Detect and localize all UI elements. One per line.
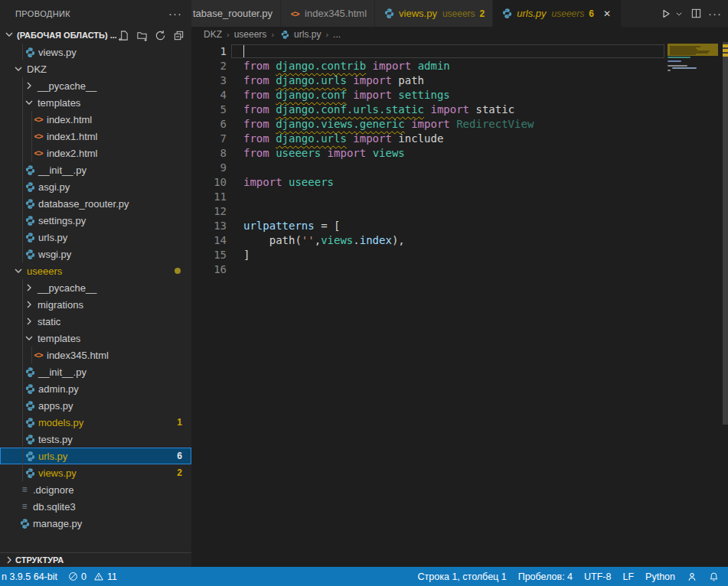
- line-number[interactable]: 7: [191, 132, 227, 146]
- tree-item-views.py[interactable]: views.py2: [0, 464, 191, 481]
- tree-item-templates[interactable]: templates: [0, 330, 191, 347]
- python-icon: [24, 450, 36, 462]
- split-editor-button[interactable]: [690, 5, 702, 22]
- line-number[interactable]: 13: [191, 219, 227, 233]
- line-number[interactable]: 10: [191, 175, 227, 190]
- tree-item-templates[interactable]: templates: [0, 94, 191, 111]
- line-number[interactable]: 11: [191, 190, 227, 204]
- code-line-6[interactable]: from django.views.generic import Redirec…: [243, 117, 534, 132]
- refresh-icon[interactable]: [153, 28, 167, 42]
- code-line-5[interactable]: from django.conf.urls.static import stat…: [243, 103, 534, 117]
- line-number[interactable]: 3: [191, 73, 227, 88]
- tree-item-migrations[interactable]: migrations: [0, 296, 191, 313]
- breadcrumb-item-DKZ[interactable]: DKZ: [204, 29, 222, 40]
- tree-item-db.sqlite3[interactable]: ≡db.sqlite3: [0, 498, 191, 515]
- tab-urls.py[interactable]: urls.pyuseeers6✕: [493, 0, 622, 27]
- code-line-12[interactable]: [243, 204, 534, 219]
- code-content[interactable]: from django.contrib import adminfrom dja…: [243, 44, 534, 277]
- tree-item-views.py[interactable]: views.py: [0, 44, 191, 60]
- tree-item-label: __init__.py: [38, 366, 87, 378]
- code-line-14[interactable]: path('',views.index),: [243, 233, 534, 248]
- eol-status[interactable]: LF: [622, 571, 634, 582]
- bell-icon[interactable]: [709, 571, 719, 582]
- code-line-9[interactable]: [243, 161, 534, 175]
- tree-item-apps.py[interactable]: apps.py: [0, 397, 191, 414]
- code-line-3[interactable]: from django.urls import path: [243, 73, 534, 88]
- tree-item-urls.py[interactable]: urls.py6: [0, 448, 191, 464]
- line-number[interactable]: 15: [191, 248, 227, 262]
- breadcrumb-item-...[interactable]: ›...: [321, 29, 341, 40]
- tree-item-tests.py[interactable]: tests.py: [0, 431, 191, 448]
- line-number[interactable]: 8: [191, 146, 227, 161]
- tree-item-__pycache__[interactable]: __pycache__: [0, 279, 191, 296]
- line-number[interactable]: 6: [191, 117, 227, 132]
- code-line-16[interactable]: [243, 262, 534, 277]
- line-number[interactable]: 5: [191, 103, 227, 117]
- tree-item-wsgi.py[interactable]: wsgi.py: [0, 246, 191, 262]
- tab-tabase_roouter.py[interactable]: tabase_roouter.py: [191, 0, 281, 27]
- code-line-7[interactable]: from django.urls import include: [243, 132, 534, 146]
- code-line-8[interactable]: from useeers import views: [243, 146, 534, 161]
- indentation-status[interactable]: Пробелов: 4: [518, 571, 573, 582]
- tree-item-DKZ[interactable]: DKZ: [0, 60, 191, 77]
- tab-views.py[interactable]: views.pyuseeers2: [375, 0, 493, 27]
- tab-problems-badge: 6: [589, 8, 594, 19]
- minimap[interactable]: [668, 42, 721, 567]
- outline-section-header[interactable]: СТРУКТУРА: [0, 552, 191, 567]
- tree-item-index345.html[interactable]: <>index345.html: [0, 347, 191, 363]
- scrollbar-slider[interactable]: [723, 42, 728, 425]
- tree-item-admin.py[interactable]: admin.py: [0, 380, 191, 397]
- workspace-section-header[interactable]: (РАБОЧАЯ ОБЛАСТЬ) ...: [0, 27, 191, 44]
- breadcrumb-item-urls.py[interactable]: ›urls.py: [266, 28, 321, 41]
- tree-item-database_roouter.py[interactable]: database_roouter.py: [0, 195, 191, 212]
- new-file-icon[interactable]: [116, 28, 130, 42]
- encoding-status[interactable]: UTF-8: [584, 571, 611, 582]
- tree-item-settings.py[interactable]: settings.py: [0, 212, 191, 229]
- code-line-1[interactable]: [243, 44, 534, 59]
- python-interpreter-status[interactable]: n 3.9.5 64-bit: [2, 571, 57, 582]
- problems-status[interactable]: 0 11: [68, 571, 117, 582]
- tree-item-asgi.py[interactable]: asgi.py: [0, 178, 191, 195]
- tree-item-index.html[interactable]: <>index.html: [0, 111, 191, 128]
- tree-item-useeers[interactable]: useeers: [0, 262, 191, 279]
- code-line-10[interactable]: import useeers: [243, 175, 534, 190]
- tree-item-models.py[interactable]: models.py1: [0, 414, 191, 431]
- feedback-icon[interactable]: [687, 571, 697, 582]
- tree-item-index2.html[interactable]: <>index2.html: [0, 145, 191, 161]
- new-folder-icon[interactable]: [135, 28, 149, 42]
- line-number[interactable]: 2: [191, 59, 227, 73]
- run-button[interactable]: [660, 5, 672, 22]
- collapse-all-icon[interactable]: [171, 28, 185, 42]
- code-line-4[interactable]: from django.conf import settings: [243, 88, 534, 103]
- tree-item-urls.py[interactable]: urls.py: [0, 229, 191, 246]
- tree-item-.dcignore[interactable]: ≡.dcignore: [0, 481, 191, 498]
- line-number[interactable]: 12: [191, 204, 227, 219]
- line-number[interactable]: 14: [191, 233, 227, 248]
- code-editor[interactable]: 12345678910111213141516 from django.cont…: [191, 42, 728, 567]
- code-line-15[interactable]: ]: [243, 248, 534, 262]
- code-line-2[interactable]: from django.contrib import admin: [243, 59, 534, 73]
- line-number[interactable]: 9: [191, 161, 227, 175]
- tree-item-static[interactable]: static: [0, 313, 191, 330]
- run-dropdown-chevron-icon[interactable]: [675, 5, 683, 22]
- line-number-gutter[interactable]: 12345678910111213141516: [191, 44, 227, 277]
- code-line-13[interactable]: urlpatterns = [: [243, 219, 534, 233]
- line-number[interactable]: 4: [191, 88, 227, 103]
- tree-item-index1.html[interactable]: <>index1.html: [0, 128, 191, 145]
- tree-item-__pycache__[interactable]: __pycache__: [0, 77, 191, 94]
- tree-item-__init__.py[interactable]: __init__.py: [0, 363, 191, 380]
- cursor-position-status[interactable]: Строка 1, столбец 1: [418, 571, 507, 582]
- language-mode-status[interactable]: Python: [645, 571, 675, 582]
- workspace-name: (РАБОЧАЯ ОБЛАСТЬ) ...: [17, 31, 116, 40]
- tab-index345.html[interactable]: <>index345.html: [281, 0, 375, 27]
- code-line-11[interactable]: [243, 190, 534, 204]
- tree-item-__init__.py[interactable]: __init__.py: [0, 161, 191, 178]
- editor-more-actions-icon[interactable]: ···: [708, 5, 722, 22]
- tree-item-manage.py[interactable]: manage.py: [0, 515, 191, 532]
- close-icon[interactable]: ✕: [601, 8, 613, 19]
- line-number[interactable]: 1: [191, 44, 227, 59]
- scrollbar[interactable]: [723, 42, 728, 567]
- line-number[interactable]: 16: [191, 262, 227, 277]
- explorer-more-actions-icon[interactable]: ···: [168, 7, 182, 20]
- breadcrumb-item-useeers[interactable]: ›useeers: [222, 29, 266, 40]
